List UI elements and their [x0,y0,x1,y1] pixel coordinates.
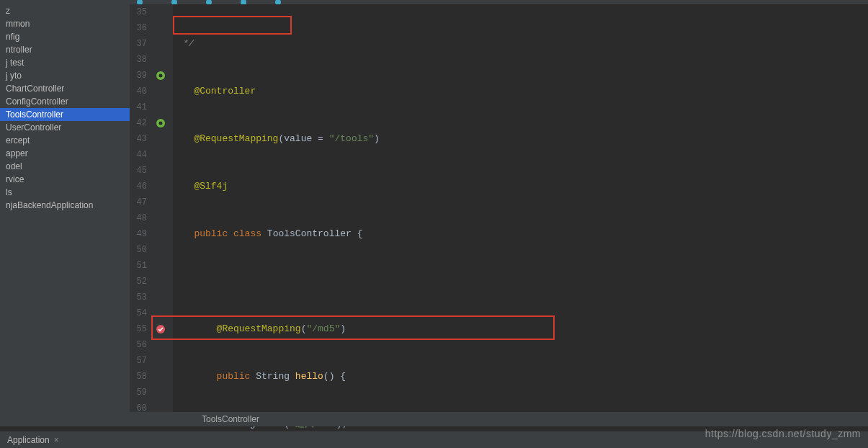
tree-item[interactable]: mmon [0,17,130,30]
breadcrumb[interactable]: ToolsController [130,412,868,426]
close-icon[interactable]: × [54,435,59,445]
tree-item[interactable]: apper [0,147,130,160]
bottom-tab-application[interactable]: Application × [0,434,66,447]
tree-item[interactable]: ntroller [0,43,130,56]
annotation: @Slf4j [194,181,228,192]
code-area[interactable]: */ @Controller @RequestMapping(value = "… [173,4,868,426]
tree-item[interactable]: z [0,4,130,17]
tree-item[interactable]: nfig [0,30,130,43]
watermark: https://blog.csdn.net/study_zmm [705,428,861,439]
svg-point-1 [159,74,163,78]
tree-item[interactable]: njaBackendApplication [0,199,130,212]
tree-item[interactable]: j test [0,56,130,69]
tree-item[interactable]: odel [0,160,130,173]
code-editor[interactable]: 3536373839404142434445464748495051525354… [130,4,868,426]
spring-bean-icon [156,118,166,128]
gutter-icons [153,4,173,426]
annotation: @Controller [194,86,256,97]
breakpoint-icon[interactable] [156,324,166,334]
tree-item-chartcontroller[interactable]: ChartController [0,82,130,95]
line-numbers: 3536373839404142434445464748495051525354… [130,4,153,426]
spring-bean-icon [156,71,166,81]
svg-point-3 [159,122,163,125]
code-comment: */ [177,38,194,49]
breadcrumb-item[interactable]: ToolsController [202,414,259,424]
highlight-box [173,16,292,35]
tree-item-toolscontroller[interactable]: ToolsController [0,108,130,121]
tree-item[interactable]: ercept [0,134,130,147]
tree-item[interactable]: ls [0,186,130,199]
annotation: @RequestMapping [194,133,278,144]
tree-item-usercontroller[interactable]: UserController [0,121,130,134]
tree-item[interactable]: j yto [0,69,130,82]
tab-label: Application [7,435,50,445]
tree-item-configcontroller[interactable]: ConfigController [0,95,130,108]
tree-item[interactable]: rvice [0,173,130,186]
project-tree[interactable]: z mmon nfig ntroller j test j yto ChartC… [0,4,130,426]
